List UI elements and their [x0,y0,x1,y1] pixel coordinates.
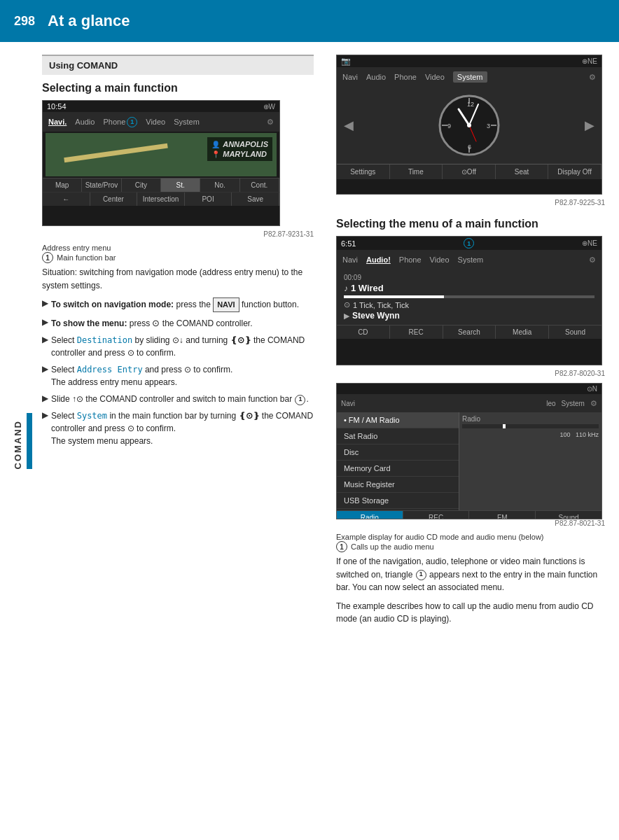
toolbar-back: ← [43,192,90,206]
system-screen: 📷 ⊕NE Navi Audio Phone Video System ⚙ ◀ [336,55,602,195]
audio-btn-rec: REC [390,326,443,339]
toolbar-intersection: Intersection [137,192,185,206]
clock-area: ◀ 12 3 6 9 [337,87,601,164]
screen-time: 10:54 [47,102,67,111]
nav-audio: Audio [75,118,95,126]
p-code-sys: P82.87-9225-31 [336,199,605,206]
nav-navi: Navi. [48,118,67,126]
audio-nav: Navi Audio! Phone Video System ⚙ [337,250,601,270]
toolbar-center: Center [90,192,138,206]
right-body-text-1: If one of the navigation, audio, telepho… [336,555,605,594]
left-column: Using COMAND Selecting a main function 1… [42,55,331,631]
audio-btn-sound: Sound [549,326,601,339]
address-screen: 10:54 ⊕W Navi. Audio Phone 1 Video Syste… [42,100,280,226]
caption-circle-1: 1 [42,252,53,263]
sys-nav-phone: Phone [394,73,417,81]
bullet-arrow-4: ▶ [42,364,48,374]
settings-icon: ⚙ [267,118,274,127]
dd-item-mediainterface: Media Interface [337,509,459,510]
bullet-6: ▶ Select System in the main function bar… [42,410,314,447]
audio-nav-phone: Phone [399,255,422,264]
clock-right-arrow: ▶ [585,118,594,133]
dd-nav-system: System [562,400,585,407]
dropdown-screen: ⊙N Navi leo System ⚙ • FM / AM Radio Sat… [336,383,602,519]
bullet-4: ▶ Select Address Entry and press ⊙ to co… [42,363,314,388]
sys-nav: Navi Audio Phone Video System ⚙ [337,67,601,87]
toolbar-no: No. [200,178,239,192]
situation-text: Situation: switching from navigation mod… [42,266,314,292]
screen-toolbar2: ← Center Intersection POI Save [43,192,279,206]
screen-status-bar: 10:54 ⊕W [43,101,279,112]
clock-svg: 12 3 6 9 [438,94,501,157]
right-body-text-2: The example describes how to call up the… [336,600,605,626]
toolbar-stateprov: State/Prov [82,178,121,192]
audio-btn-media: Media [496,326,549,339]
pin-icon: 📍 [211,150,220,158]
bullet-text-1: To switch on navigation mode: press the … [51,298,299,312]
progress-bar [344,295,594,298]
page-header: 298 At a glance [0,0,619,42]
address-entry-highlight: Address Entry [77,365,143,374]
dd-body: • FM / AM Radio Sat Radio Disc Memory Ca… [337,412,601,510]
dd-right-panel: Radio 100 110 kHz [459,412,601,510]
bullet-text-5: Slide ↑⊙ the COMAND controller and switc… [51,393,309,405]
sys-nav-navi: Navi [342,73,358,81]
addr-city: ANNAPOLIS [223,140,268,148]
bullet-arrow-1: ▶ [42,298,48,308]
sys-nav-video: Video [425,73,445,81]
bullet-1: ▶ To switch on navigation mode: press th… [42,298,314,312]
using-comand-box: Using COMAND [42,55,314,75]
dd-freq-bar [462,424,599,428]
audio-circle-1: 1 [464,238,474,248]
sys-status-bar: 📷 ⊕NE [337,55,601,67]
nav-phone-group: Phone 1 [103,117,137,127]
screen1-caption: Address entry menu 1 Main function bar [42,244,314,263]
dd-item-disc: Disc [337,444,459,461]
dd-settings-icon: ⚙ [590,399,597,408]
example-caption-text: Example display for audio CD mode and au… [336,533,544,541]
tick-text: 1 Tick, Tick, Tick [353,301,409,309]
audio-track-row: ♪ 1 Wired [344,283,594,293]
triangle-circle: 1 [416,570,426,580]
dd-freq-marker [503,424,506,428]
toolbar-st: St. [161,178,200,192]
audio-ne: ⊕NE [582,239,597,247]
bullet-text-6: Select System in the main function bar b… [51,410,314,447]
dd-item-fmam: • FM / AM Radio [337,412,459,428]
audio-nav-video: Video [430,255,450,264]
sys-btn-time: Time [390,164,443,179]
circle-1-indicator: 1 [127,117,137,127]
clock-left-arrow: ◀ [344,118,354,133]
toolbar-map: Map [43,178,82,192]
caption-addr-label: Address entry menu [42,244,111,252]
svg-text:3: 3 [487,122,490,130]
sys-nav-audio: Audio [366,73,386,81]
screen-toolbar1: Map State/Prov City St. No. Cont. [43,178,279,192]
bullet-arrow-2: ▶ [42,317,48,327]
svg-text:12: 12 [467,101,474,108]
main-content: COMAND Using COMAND Selecting a main fun… [0,42,619,644]
page-title: At a glance [48,12,130,30]
toolbar-save: Save [232,192,279,206]
bullet-arrow-5: ▶ [42,393,48,403]
calls-audio-menu-text: Calls up the audio menu [351,542,434,551]
inline-circle-1: 1 [295,395,305,405]
progress-fill [344,295,444,298]
audio-btn-cd: CD [337,326,390,339]
dd-menu-list: • FM / AM Radio Sat Radio Disc Memory Ca… [337,412,459,510]
system-highlight: System [77,411,107,421]
p-code-1: P82.87-9231-31 [42,230,314,238]
sys-icon: 📷 [341,57,351,66]
sys-bottom-bar: Settings Time ⊙Off Seat Display Off [337,164,601,179]
sidebar-label: COMAND [13,420,23,470]
sys-btn-settings: Settings [337,164,390,179]
bullet-arrow-6: ▶ [42,410,48,420]
dd-btn-sound: Sound [536,511,601,519]
toolbar-city: City [122,178,161,192]
audio-track-name: 1 Wired [351,283,384,293]
dd-item-musicreg: Music Register [337,477,459,493]
sidebar-bar [27,413,32,469]
bullet-arrow-3: ▶ [42,335,48,344]
sys-nav-system: System [453,71,487,83]
dd-bottom: Radio REC FM Sound [337,510,601,519]
